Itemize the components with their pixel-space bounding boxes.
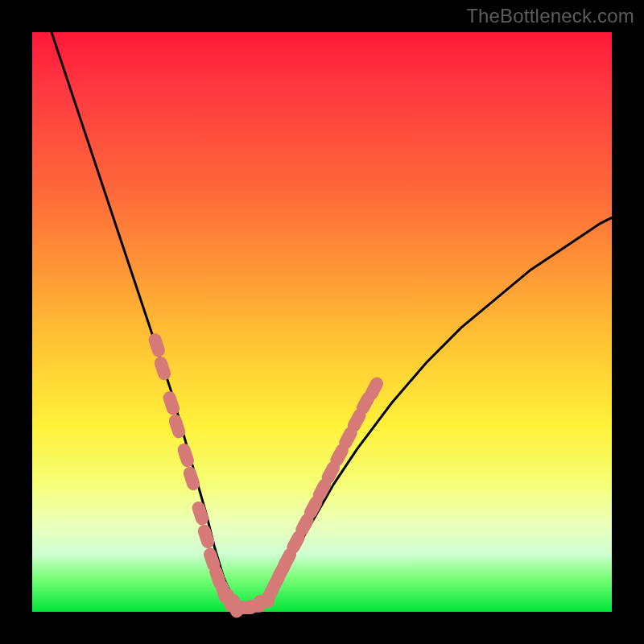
plot-area (32, 32, 612, 612)
curve-svg (32, 32, 612, 612)
curve-marker (153, 355, 172, 382)
watermark-text: TheBottleneck.com (466, 5, 634, 27)
bottleneck-curve (32, 0, 612, 609)
chart-stage: TheBottleneck.com (0, 0, 644, 644)
marker-layer (147, 332, 386, 619)
curve-marker (147, 332, 167, 358)
